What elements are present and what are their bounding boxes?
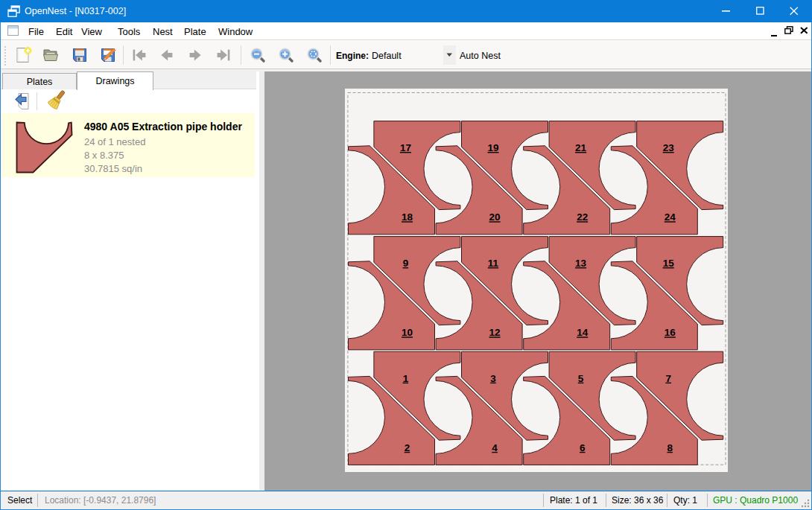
svg-text:24: 24 (664, 211, 676, 223)
svg-text:14: 14 (577, 327, 589, 338)
svg-text:6: 6 (580, 442, 586, 453)
svg-text:21: 21 (575, 142, 587, 153)
svg-text:18: 18 (402, 211, 413, 223)
svg-text:19: 19 (487, 142, 498, 153)
svg-text:2: 2 (405, 442, 410, 453)
svg-text:10: 10 (402, 327, 413, 338)
svg-text:1: 1 (403, 373, 409, 384)
svg-text:5: 5 (578, 373, 584, 384)
svg-text:12: 12 (489, 327, 501, 338)
svg-text:16: 16 (664, 327, 676, 338)
svg-text:7: 7 (665, 373, 671, 384)
svg-text:11: 11 (488, 258, 499, 269)
svg-text:9: 9 (403, 258, 409, 269)
svg-text:4: 4 (492, 442, 498, 453)
svg-text:8: 8 (667, 442, 673, 453)
svg-text:22: 22 (577, 211, 588, 223)
svg-text:20: 20 (489, 211, 501, 223)
svg-text:13: 13 (575, 258, 587, 269)
svg-text:17: 17 (400, 142, 411, 153)
svg-text:23: 23 (663, 142, 675, 153)
svg-text:15: 15 (663, 258, 675, 269)
svg-text:3: 3 (490, 373, 496, 384)
